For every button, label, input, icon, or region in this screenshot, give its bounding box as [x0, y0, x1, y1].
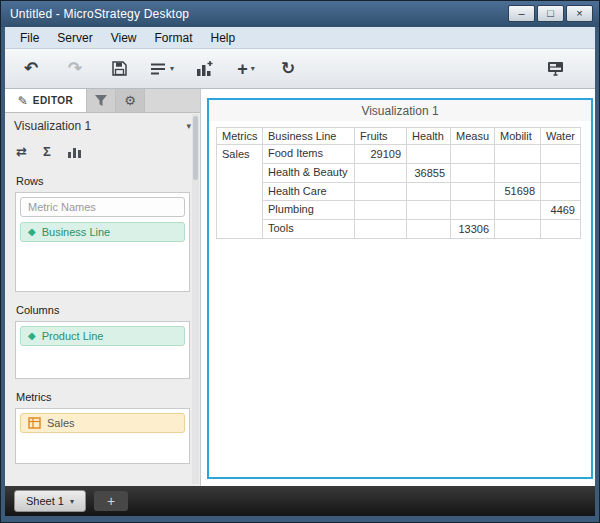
scrollbar-thumb[interactable]: [193, 116, 198, 180]
add-sheet-button[interactable]: +: [94, 491, 128, 511]
columns-item-product-line[interactable]: ◆ Product Line: [20, 326, 185, 346]
column-header[interactable]: Health: [407, 128, 451, 145]
window-title: Untitled - MicroStrategy Desktop: [10, 7, 189, 21]
grid-cell[interactable]: [355, 163, 407, 182]
editor-icon-row: ⇄ Σ: [5, 139, 200, 163]
presentation-icon: [546, 60, 565, 77]
menu-item-view[interactable]: View: [102, 28, 146, 48]
metrics-dropzone[interactable]: Sales: [15, 408, 190, 464]
grid-cell[interactable]: [451, 182, 495, 201]
chevron-down-icon: ▾: [186, 121, 191, 131]
grid-cell[interactable]: [355, 220, 407, 239]
refresh-button[interactable]: ↻: [276, 55, 300, 83]
grid-cell[interactable]: 36855: [407, 163, 451, 182]
column-header[interactable]: Business Line: [263, 128, 355, 145]
grid-cell[interactable]: [407, 182, 451, 201]
dataset-icon: [149, 61, 167, 77]
column-header[interactable]: Mobilit: [495, 128, 541, 145]
sigma-icon[interactable]: Σ: [43, 144, 51, 159]
tab-filter[interactable]: [87, 89, 116, 112]
grid-cell[interactable]: 4469: [541, 201, 581, 220]
editor-tabstrip: ✎ EDITOR ⚙: [5, 89, 200, 113]
insert-visualization-button[interactable]: [192, 55, 216, 83]
back-arrow-icon: ↶: [24, 60, 38, 77]
tab-editor-label: EDITOR: [33, 95, 74, 106]
swap-axes-icon[interactable]: ⇄: [16, 144, 27, 159]
row-header[interactable]: Health Care: [263, 182, 355, 201]
dataset-button[interactable]: ▾: [149, 55, 174, 83]
grid-cell[interactable]: [451, 201, 495, 220]
corner-header[interactable]: Metrics: [217, 128, 263, 145]
add-button[interactable]: + ▾: [234, 55, 258, 83]
grid-cell[interactable]: [407, 201, 451, 220]
chevron-down-icon: ▾: [251, 64, 255, 73]
grid-cell[interactable]: [451, 145, 495, 164]
visualization-selector[interactable]: Visualization 1 ▾: [5, 113, 200, 139]
tab-editor[interactable]: ✎ EDITOR: [5, 89, 87, 112]
tab-settings[interactable]: ⚙: [116, 89, 145, 112]
sheet-tab[interactable]: Sheet 1 ▾: [14, 490, 86, 512]
rows-item-label: Metric Names: [28, 201, 96, 213]
grid-cell[interactable]: [355, 201, 407, 220]
row-header[interactable]: Tools: [263, 220, 355, 239]
grid-cell[interactable]: [541, 145, 581, 164]
grid-cell[interactable]: [495, 163, 541, 182]
column-header[interactable]: Fruits: [355, 128, 407, 145]
rows-item-business-line[interactable]: ◆ Business Line: [20, 222, 185, 242]
minimize-button[interactable]: –: [508, 5, 535, 22]
content-area: ✎ EDITOR ⚙ Visualization 1 ▾: [5, 89, 595, 486]
visualization-selector-label: Visualization 1: [14, 119, 91, 133]
grid-cell[interactable]: 29109: [355, 145, 407, 164]
forward-button[interactable]: ↷: [63, 55, 87, 83]
columns-dropzone[interactable]: ◆ Product Line: [15, 321, 190, 379]
columns-item-label: Product Line: [42, 330, 104, 342]
menu-bar: File Server View Format Help: [5, 27, 595, 49]
grid-cell[interactable]: [541, 163, 581, 182]
maximize-button[interactable]: □: [537, 5, 564, 22]
presentation-button[interactable]: [543, 55, 567, 83]
grid-cell[interactable]: [541, 182, 581, 201]
row-header[interactable]: Health & Beauty: [263, 163, 355, 182]
column-header[interactable]: Measu: [451, 128, 495, 145]
save-button[interactable]: [107, 55, 131, 83]
grid-row: Health & Beauty 36855: [217, 163, 581, 182]
rows-dropzone[interactable]: Metric Names ◆ Business Line: [15, 192, 190, 292]
rows-item-metric-names[interactable]: Metric Names: [20, 197, 185, 217]
title-bar: Untitled - MicroStrategy Desktop – □ ×: [1, 1, 599, 27]
grid-cell[interactable]: [495, 220, 541, 239]
rows-section-label: Rows: [16, 175, 200, 187]
grid-cell[interactable]: 13306: [451, 220, 495, 239]
back-button[interactable]: ↶: [19, 55, 43, 83]
menu-item-file[interactable]: File: [11, 28, 48, 48]
app-window: Untitled - MicroStrategy Desktop – □ × F…: [0, 0, 600, 523]
column-header[interactable]: Water: [541, 128, 581, 145]
menu-item-format[interactable]: Format: [145, 28, 201, 48]
bar-chart-icon[interactable]: [67, 145, 82, 158]
metrics-item-sales[interactable]: Sales: [20, 413, 185, 433]
grid-cell[interactable]: [407, 145, 451, 164]
chevron-down-icon: ▾: [170, 64, 174, 73]
grid-cell[interactable]: [495, 201, 541, 220]
refresh-icon: ↻: [281, 60, 295, 77]
panel-scrollbar[interactable]: [192, 114, 199, 484]
menu-item-help[interactable]: Help: [202, 28, 245, 48]
grid-cell[interactable]: [355, 182, 407, 201]
grid-cell[interactable]: [451, 163, 495, 182]
row-header[interactable]: Plumbing: [263, 201, 355, 220]
grid-cell[interactable]: [407, 220, 451, 239]
visualization-panel[interactable]: Visualization 1 Metrics Business Line Fr…: [207, 98, 593, 479]
row-header[interactable]: Food Items: [263, 145, 355, 164]
metrics-section-label: Metrics: [16, 391, 200, 403]
chevron-down-icon: ▾: [70, 497, 74, 506]
row-header-metric[interactable]: Sales: [217, 145, 263, 239]
menu-item-server[interactable]: Server: [48, 28, 101, 48]
grid-cell[interactable]: [495, 145, 541, 164]
grid-cell[interactable]: 51698: [495, 182, 541, 201]
close-button[interactable]: ×: [566, 5, 593, 22]
grid-cell[interactable]: [541, 220, 581, 239]
grid-row: Health Care 51698: [217, 182, 581, 201]
save-icon: [111, 60, 128, 77]
rows-item-label: Business Line: [42, 226, 111, 238]
visualization-title: Visualization 1: [209, 100, 591, 121]
pencil-icon: ✎: [18, 94, 28, 108]
